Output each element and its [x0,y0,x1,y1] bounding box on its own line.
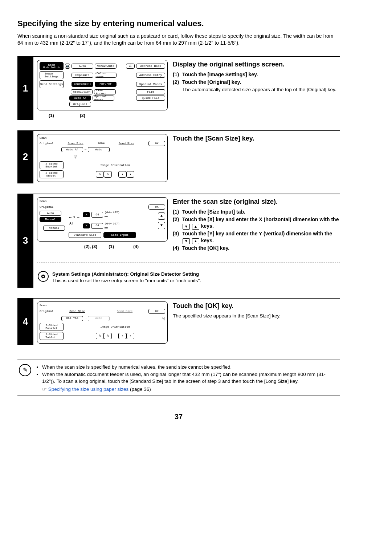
hand-pointer-icon: ☟ [162,316,165,323]
send-size-key[interactable]: Auto [88,147,110,152]
step1-sub2-note: The automatically detected size appears … [182,86,340,93]
screen-panel-3: Scan Original OK Auto Manual Manual [37,197,168,242]
gear-icon: ✿ [38,271,49,282]
step3-sub3: Touch the [Y] key and enter the Y (verti… [182,230,340,244]
resolution-btn[interactable]: Resolution [71,89,93,94]
step1-heading: Display the original settings screen. [173,60,340,69]
step-number: 2 [17,130,33,184]
ok-btn[interactable]: OK [148,204,165,210]
admin-setting-box: ✿ System Settings (Administrator): Origi… [37,271,340,286]
step-2: 2 Scan Original Scan Size 100% Send Size… [17,130,340,184]
step-number: 3 [17,194,33,288]
caption-2: (2) [80,113,85,118]
admin-head: System Settings (Administrator): Origina… [52,271,339,278]
pencil-icon: ✎ [19,364,31,376]
step-number: 4 [17,298,33,345]
step1-sub1: Touch the [Image Settings] key. [182,71,340,78]
auto-a4-value: Auto A4 [69,96,91,101]
original-key[interactable]: Original [69,102,91,107]
step-4: 4 Scan Original Scan Size Send Size OK X… [17,298,340,345]
scan-size-value-btn[interactable]: X64 Y64 [61,316,83,321]
y-key[interactable]: Y [83,223,90,228]
manual-tab[interactable]: Manual [40,217,61,222]
down-key-icon: ▼ [183,238,190,244]
step3-sub2: Touch the [X] key and enter the X (horiz… [182,216,340,230]
caption-1: (1) [109,244,114,250]
step3-sub1: Touch the [Size Input] tab. [182,208,340,215]
send-settings-key[interactable]: Send Settings [40,80,64,88]
screen-panel-1: Scan Mode Switch 📷 Auto Mono2/Auto 🖨 Add… [37,60,168,110]
2-sided-tablet-btn[interactable]: 2-Sided Tablet [40,170,64,178]
step-3: 3 Scan Original OK Auto Manual Manual [17,194,340,288]
2-sided-booklet-btn[interactable]: 2-Sided Booklet [40,323,64,331]
mono-btn[interactable]: Mono2/Auto [95,64,117,69]
address-entry-btn[interactable]: Address Entry [136,73,165,78]
caption-23: (2), (3) [84,244,97,250]
x-key[interactable]: X [83,212,90,217]
screen-panel-4: Scan Original Scan Size Send Size OK X64… [37,301,168,344]
preview-icon[interactable]: 🖨 [126,64,135,69]
size-input-tab[interactable]: Size Input [103,232,136,238]
exposure-btn[interactable]: Exposure [72,73,93,78]
note-1: When the scan size is specified by numer… [42,364,338,370]
value-up-btn[interactable]: ▲ [158,212,165,220]
pdf-value: PDF/PDF [95,82,117,87]
image-settings-key[interactable]: Image Settings [40,71,64,79]
quick-file-btn[interactable]: Quick File [136,96,165,101]
down-key-icon: ▼ [183,224,190,230]
screen-panel-2: Scan Original Scan Size 100% Send Size O… [37,134,168,182]
auto-btn[interactable]: Auto [72,64,93,69]
ok-btn[interactable]: OK [148,141,165,146]
auto-tab[interactable]: Auto [40,211,61,216]
caption-1: (1) [49,113,54,118]
file-btn[interactable]: File [136,89,165,94]
send-size-disabled: Auto [88,316,110,321]
dashed-separator [37,263,340,263]
step-1: 1 Scan Mode Switch 📷 Auto Mono2/Auto 🖨 A… [17,56,340,120]
step3-heading: Enter the scan size (original size). [173,197,340,206]
value-down-btn[interactable]: ▼ [158,222,165,229]
orientation-b-btn[interactable]: ◂ [118,171,126,178]
step1-sub2: Touch the [Original] key. [182,79,340,86]
intro-text: When scanning a non-standard size origin… [17,33,340,46]
colour-mode-btn[interactable]: Colour Mode [95,73,117,78]
manual-sub-tab[interactable]: Manual [43,226,65,231]
orientation-a-btn[interactable]: A [96,171,104,178]
admin-text: This is used to set the size entry scree… [52,278,339,284]
step3-sub4: Touch the [OK] key. [182,245,340,252]
scan-size-label: Scan Size [68,142,83,146]
notes-block: ✎ When the scan size is specified by num… [17,360,340,396]
scan-mode-switch: Scan Mode Switch [40,62,64,70]
step2-heading: Touch the [Scan Size] key. [173,134,340,143]
hand-pointer-icon: ☟ [74,154,77,161]
caption-4: (4) [133,244,139,250]
step4-note: The specified size appears in the [Scan … [173,313,340,319]
cross-ref: ☞ Specifying the size using paper sizes … [42,386,338,393]
x-value: 64 [91,212,103,218]
y-value: 64 [91,223,103,229]
2-sided-tablet-btn[interactable]: 2-Sided Tablet [40,332,64,340]
page-number: 37 [17,412,340,422]
standard-size-tab[interactable]: Standard Size [69,232,101,238]
res-value: 200X200dpi [72,82,93,87]
special-modes-2-btn[interactable]: Special Modes [93,96,114,101]
note-2: When the automatic document feeder is us… [42,371,338,384]
2-sided-booklet-btn[interactable]: 2-Sided Booklet [40,161,64,169]
up-key-icon: ▲ [192,224,199,230]
scan-size-key[interactable]: Auto A4 [61,147,83,152]
step-number: 1 [17,56,33,120]
up-key-icon: ▲ [192,238,199,244]
page-title: Specifying the size by entering numerica… [17,18,340,29]
ok-btn[interactable]: OK [148,309,165,314]
step4-heading: Touch the [OK] key. [173,301,340,310]
special-modes-btn[interactable]: Special Modes [136,82,165,87]
xref-link[interactable]: Specifying the size using paper sizes [48,386,128,392]
image-orientation-label: Image Orientation [100,163,130,167]
file-format-btn[interactable]: File Format [94,89,116,94]
address-book-btn[interactable]: Address Book [136,64,165,69]
